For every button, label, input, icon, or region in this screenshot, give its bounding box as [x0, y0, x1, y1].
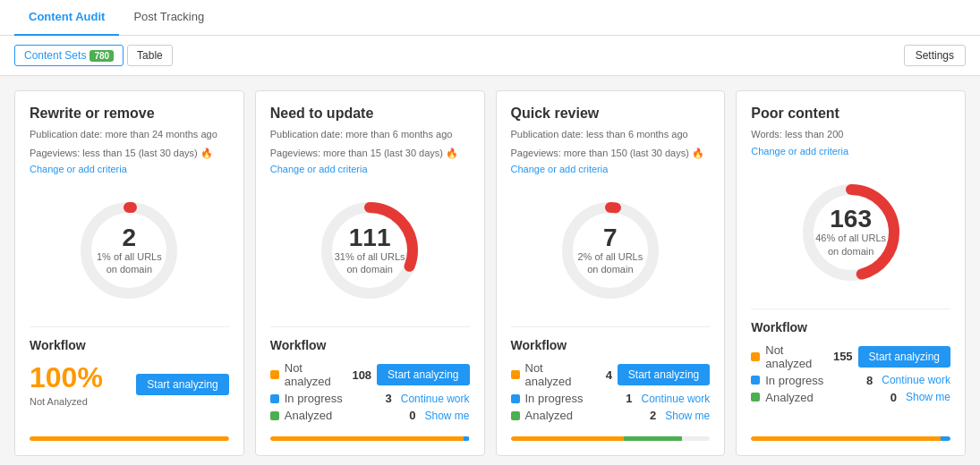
- status-dot: [751, 352, 760, 361]
- workflow-item-label: In progress: [525, 392, 609, 405]
- donut-container: 2 1% of all URLson domain: [30, 192, 229, 309]
- workflow-item-count: 2: [638, 409, 656, 422]
- start-analyzing-button[interactable]: Start analyzing: [618, 364, 710, 385]
- donut-number: 163: [815, 207, 886, 232]
- big-percent-label: Not Analyzed: [30, 396, 103, 407]
- progress-bar-track: [270, 436, 470, 441]
- card-criteria-1: Pageviews: more than 150 (last 30 days) …: [511, 146, 711, 161]
- progress-fill-1: [270, 436, 464, 441]
- cards-container: Rewrite or removePublication date: more …: [0, 76, 980, 465]
- settings-button[interactable]: Settings: [904, 45, 966, 66]
- tab-content-audit[interactable]: Content Audit: [14, 0, 119, 36]
- donut-center: 2 1% of all URLson domain: [97, 225, 162, 276]
- workflow-left: Not analyzed 108: [270, 361, 371, 388]
- status-dot: [751, 393, 760, 402]
- workflow-row: Not analyzed 108 Start analyzing: [270, 361, 470, 388]
- workflow-left: Not analyzed 4: [511, 361, 612, 388]
- workflow-item-count: 155: [833, 350, 853, 363]
- workflow-row: In progress 8 Continue work: [751, 374, 950, 387]
- workflow-section: Workflow 100% Not Analyzed Start analyzi…: [30, 326, 229, 407]
- card-criteria-1: Pageviews: less than 15 (last 30 days) 🔥: [30, 146, 229, 161]
- workflow-item-count: 4: [594, 368, 612, 382]
- tab-post-tracking[interactable]: Post Tracking: [119, 0, 218, 36]
- content-sets-button[interactable]: Content Sets 780: [14, 45, 124, 66]
- card-title: Need to update: [270, 106, 470, 122]
- toolbar-left: Content Sets 780 Table: [14, 45, 173, 66]
- change-criteria-link[interactable]: Change or add criteria: [751, 146, 950, 156]
- status-dot: [270, 411, 279, 420]
- change-criteria-link[interactable]: Change or add criteria: [270, 164, 470, 174]
- card-poor-content: Poor contentWords: less than 200Change o…: [736, 90, 966, 456]
- workflow-title: Workflow: [511, 338, 711, 352]
- donut-number: 2: [97, 225, 162, 250]
- workflow-right: Start analyzing: [377, 364, 469, 385]
- workflow-row: Analyzed 0 Show me: [270, 409, 470, 422]
- progress-fill-2: [464, 436, 470, 441]
- content-sets-label: Content Sets: [24, 49, 86, 62]
- card-criteria-0: Publication date: more than 6 months ago: [270, 127, 470, 142]
- status-dot: [751, 376, 760, 385]
- workflow-item-count: 0: [397, 409, 415, 422]
- status-dot: [511, 370, 520, 379]
- donut-container: 7 2% of all URLson domain: [511, 192, 711, 309]
- workflow-action-link[interactable]: Continue work: [642, 393, 711, 405]
- status-dot: [511, 394, 520, 403]
- card-rewrite-or-remove: Rewrite or removePublication date: more …: [14, 90, 244, 456]
- donut-label: 2% of all URLson domain: [577, 250, 643, 276]
- start-analyzing-button[interactable]: Start analyzing: [136, 374, 228, 395]
- change-criteria-link[interactable]: Change or add criteria: [511, 164, 711, 174]
- workflow-item-count: 1: [615, 392, 633, 405]
- progress-bar-stacked: [751, 436, 950, 441]
- workflow-row: In progress 1 Continue work: [511, 392, 711, 405]
- workflow-row: Not analyzed 4 Start analyzing: [511, 361, 711, 388]
- workflow-action-link[interactable]: Continue work: [401, 393, 470, 405]
- big-percent: 100%: [30, 361, 103, 394]
- card-title: Rewrite or remove: [30, 106, 229, 122]
- change-criteria-link[interactable]: Change or add criteria: [30, 164, 229, 174]
- workflow-action-link[interactable]: Show me: [424, 410, 469, 422]
- workflow-title: Workflow: [30, 338, 229, 352]
- workflow-row: Not analyzed 155 Start analyzing: [751, 343, 950, 370]
- workflow-right: Show me: [421, 410, 469, 422]
- workflow-action-link[interactable]: Continue work: [882, 374, 950, 386]
- progress-bar-track: [511, 436, 711, 441]
- workflow-left: In progress 3: [270, 392, 392, 405]
- card-title: Quick review: [511, 106, 711, 122]
- card-need-to-update: Need to updatePublication date: more tha…: [255, 90, 485, 456]
- donut-number: 111: [335, 225, 405, 250]
- workflow-content: 100% Not Analyzed Start analyzing: [30, 361, 229, 407]
- workflow-left: Analyzed 0: [270, 409, 416, 422]
- workflow-section: Workflow Not analyzed 4 Start analyzing: [511, 326, 711, 426]
- workflow-action-link[interactable]: Show me: [906, 391, 950, 403]
- workflow-title: Workflow: [270, 338, 470, 352]
- card-quick-review: Quick reviewPublication date: less than …: [496, 90, 726, 456]
- progress-bar-container: [511, 426, 711, 441]
- status-dot: [511, 411, 520, 420]
- donut-center: 111 31% of all URLson domain: [335, 225, 405, 276]
- content-sets-badge: 780: [89, 50, 114, 62]
- workflow-right: Start analyzing: [618, 364, 710, 385]
- workflow-item-count: 108: [352, 368, 371, 382]
- card-criteria-0: Publication date: less than 6 months ago: [511, 127, 711, 142]
- card-criteria-1: Pageviews: more than 15 (last 30 days) 🔥: [270, 146, 470, 161]
- progress-bar-stacked: [270, 436, 470, 441]
- workflow-left: Analyzed 2: [511, 409, 657, 422]
- progress-bar-container: [751, 426, 950, 441]
- donut-label: 31% of all URLson domain: [335, 250, 405, 276]
- workflow-right: Start analyzing: [858, 346, 950, 368]
- top-navigation: Content Audit Post Tracking: [0, 0, 980, 36]
- card-title: Poor content: [751, 106, 950, 122]
- progress-fill-1: [511, 436, 625, 441]
- workflow-action-link[interactable]: Show me: [665, 410, 710, 422]
- progress-bar-container: [270, 426, 470, 441]
- start-analyzing-button[interactable]: Start analyzing: [858, 346, 950, 368]
- table-button[interactable]: Table: [127, 45, 173, 66]
- workflow-item-label: Analyzed: [525, 409, 634, 422]
- donut-center: 163 46% of all URLson domain: [815, 207, 886, 258]
- workflow-item-label: Analyzed: [765, 391, 873, 404]
- workflow-left: Not analyzed 155: [751, 343, 852, 370]
- not-analyzed-block: 100% Not Analyzed: [30, 361, 103, 407]
- progress-bar-container: [30, 426, 229, 441]
- progress-bar-track: [751, 436, 950, 441]
- start-analyzing-button[interactable]: Start analyzing: [377, 364, 469, 385]
